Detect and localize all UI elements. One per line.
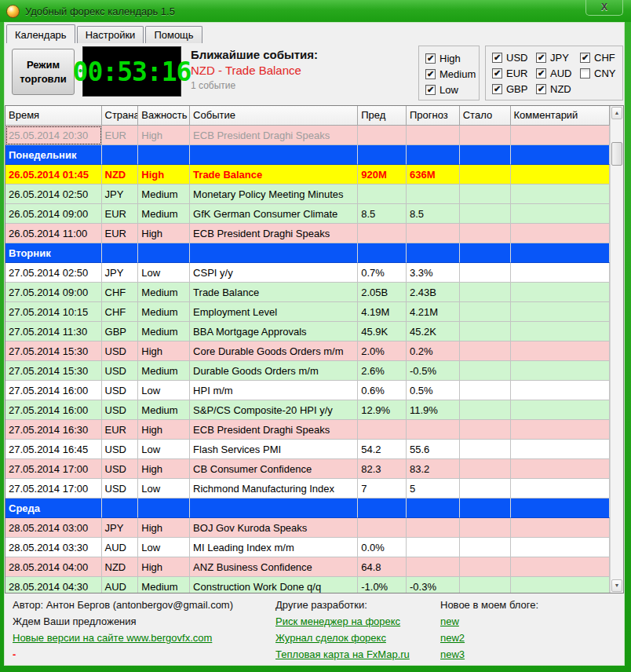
- importance-checkbox-high[interactable]: ✔High: [425, 53, 472, 64]
- table-cell: -1.0%: [358, 577, 407, 593]
- checkbox-checked-icon: ✔: [425, 53, 436, 64]
- column-header[interactable]: Прогноз: [407, 106, 460, 126]
- column-header[interactable]: Страна: [102, 106, 139, 126]
- table-cell: [511, 499, 611, 518]
- event-row[interactable]: 27.05.2014 15:30USDHighCore Durable Good…: [5, 341, 610, 361]
- table-cell: [460, 400, 511, 420]
- table-cell: [460, 577, 511, 593]
- event-row[interactable]: 27.05.2014 17:00USDHighCB Consumer Confi…: [5, 459, 610, 479]
- column-header[interactable]: Время: [5, 106, 102, 126]
- event-row[interactable]: 26.05.2014 09:00EURMediumGfK German Cons…: [5, 204, 610, 224]
- checkbox-checked-icon: ✔: [580, 53, 590, 63]
- author-line: Автор: Антон Бергов (antonbergov@gmail.c…: [13, 599, 275, 611]
- table-cell: [511, 479, 611, 499]
- tab-calendar[interactable]: Календарь: [6, 24, 75, 43]
- table-cell: [511, 243, 611, 263]
- event-row[interactable]: 28.05.2014 04:00NZDHighANZ Business Conf…: [5, 557, 610, 577]
- event-row[interactable]: 27.05.2014 16:45USDLowFlash Services PMI…: [5, 440, 610, 459]
- currency-checkbox-nzd[interactable]: ✔NZD: [536, 83, 580, 95]
- column-header[interactable]: Стало: [460, 106, 511, 126]
- trade-mode-button[interactable]: Режим торговли: [12, 49, 75, 95]
- currency-checkbox-eur[interactable]: ✔EUR: [492, 68, 536, 79]
- currency-checkbox-aud[interactable]: ✔AUD: [536, 68, 580, 79]
- fxmap-link[interactable]: Тепловая карта на FxMap.ru: [275, 648, 410, 660]
- countdown-clock: 00:53:16: [82, 46, 181, 97]
- table-cell: [407, 243, 460, 263]
- table-cell: USD: [102, 459, 139, 479]
- app-icon: [6, 5, 20, 18]
- column-header[interactable]: Событие: [190, 106, 358, 126]
- site-link[interactable]: Новые версии на сайте www.bergovfx.com: [13, 632, 212, 644]
- table-cell: [460, 538, 511, 557]
- table-cell: [511, 145, 611, 165]
- table-cell: [407, 224, 460, 243]
- scrollbar-thumb[interactable]: [611, 142, 622, 166]
- event-row[interactable]: 27.05.2014 11:30GBPMediumBBA Mortgage Ap…: [5, 322, 610, 341]
- footer: Автор: Антон Бергов (antonbergov@gmail.c…: [5, 593, 624, 665]
- table-cell: [511, 341, 611, 361]
- blog-link-new2[interactable]: new2: [440, 632, 465, 644]
- table-cell: 26.05.2014 02:50: [5, 184, 102, 204]
- table-cell: [138, 499, 190, 518]
- currency-checkbox-gbp[interactable]: ✔GBP: [492, 83, 536, 95]
- event-row[interactable]: 27.05.2014 09:00CHFMediumTrade Balance2.…: [5, 283, 610, 302]
- currency-checkbox-jpy[interactable]: ✔JPY: [536, 52, 580, 64]
- event-row[interactable]: 27.05.2014 16:30EURHighECB President Dra…: [5, 420, 610, 440]
- scroll-down-arrow-icon[interactable]: ▼: [611, 579, 622, 592]
- day-header-row[interactable]: Среда: [5, 499, 610, 518]
- event-row[interactable]: 27.05.2014 10:15CHFMediumEmployment Leve…: [5, 302, 610, 322]
- close-button[interactable]: X: [585, 0, 623, 16]
- event-row[interactable]: 27.05.2014 02:50JPYLowCSPI y/y0.7%3.3%: [5, 263, 610, 283]
- checkbox-checked-icon: ✔: [425, 85, 436, 95]
- event-row[interactable]: 28.05.2014 03:30AUDLowMI Leading Index m…: [5, 538, 610, 557]
- event-row[interactable]: 26.05.2014 01:45NZDHighTrade Balance920M…: [5, 165, 610, 184]
- table-cell: CSPI y/y: [190, 263, 358, 283]
- event-row[interactable]: 28.05.2014 04:30AUDMediumConstruction Wo…: [5, 577, 610, 593]
- event-row[interactable]: 27.05.2014 15:30USDMediumDurable Goods O…: [5, 361, 610, 381]
- day-header-row[interactable]: Понедельник: [5, 145, 610, 165]
- checkbox-checked-icon: ✔: [425, 69, 436, 79]
- table-cell: [460, 126, 511, 145]
- event-row[interactable]: 26.05.2014 11:00EURHighECB President Dra…: [5, 224, 610, 243]
- table-cell: 45.9K: [358, 322, 407, 341]
- tab-help[interactable]: Помощь: [145, 26, 202, 43]
- scroll-up-arrow-icon[interactable]: ▲: [611, 107, 622, 119]
- vertical-scrollbar[interactable]: ▲ ▼: [610, 106, 623, 593]
- blog-link-new3[interactable]: new3: [440, 648, 465, 660]
- upcoming-event-count: 1 событие: [191, 80, 410, 91]
- table-cell: High: [138, 224, 190, 243]
- importance-checkbox-low[interactable]: ✔Low: [425, 84, 472, 96]
- event-row[interactable]: 27.05.2014 17:00USDLowRichmond Manufactu…: [5, 479, 610, 499]
- column-header[interactable]: Пред: [358, 106, 407, 126]
- tab-settings[interactable]: Настройки: [77, 26, 144, 43]
- event-row[interactable]: 28.05.2014 03:00JPYHighBOJ Gov Kuroda Sp…: [5, 518, 610, 538]
- window-title: Удобный форекс календарь 1.5: [25, 5, 175, 17]
- checkbox-label: NZD: [550, 83, 571, 95]
- event-row[interactable]: 26.05.2014 02:50JPYMediumMonetary Policy…: [5, 184, 610, 204]
- currency-checkbox-usd[interactable]: ✔USD: [492, 52, 536, 64]
- table-cell: [511, 263, 611, 283]
- table-cell: 82.3: [358, 459, 407, 479]
- currency-checkbox-cny[interactable]: CNY: [580, 68, 621, 79]
- risk-manager-link[interactable]: Риск менеджер на форекс: [275, 615, 400, 627]
- event-row[interactable]: 25.05.2014 20:30EURHighECB President Dra…: [5, 126, 610, 145]
- tab-strip: Календарь Настройки Помощь: [5, 23, 624, 43]
- table-cell: -0.5%: [407, 361, 460, 381]
- day-header-row[interactable]: Вторник: [5, 243, 610, 263]
- event-row[interactable]: 27.05.2014 16:00USDMediumS&P/CS Composit…: [5, 400, 610, 420]
- column-header[interactable]: Комментарий: [511, 106, 611, 126]
- window-content: Календарь Настройки Помощь Режим торговл…: [4, 22, 625, 666]
- currency-checkbox-chf[interactable]: ✔CHF: [580, 52, 621, 64]
- table-cell: AUD: [102, 577, 139, 593]
- table-cell: 0.6%: [358, 381, 407, 400]
- table-cell: 2.05B: [358, 283, 407, 302]
- column-header[interactable]: Важность: [138, 106, 190, 126]
- table-cell: USD: [102, 479, 139, 499]
- event-row[interactable]: 27.05.2014 16:00USDLowHPI m/m0.6%0.5%: [5, 381, 610, 400]
- table-cell: [407, 184, 460, 204]
- table-cell: Medium: [138, 361, 190, 381]
- table-cell: AUD: [102, 538, 139, 557]
- blog-link-new[interactable]: new: [440, 615, 459, 627]
- importance-checkbox-medium[interactable]: ✔Medium: [425, 68, 472, 80]
- trade-journal-link[interactable]: Журнал сделок форекс: [275, 632, 386, 644]
